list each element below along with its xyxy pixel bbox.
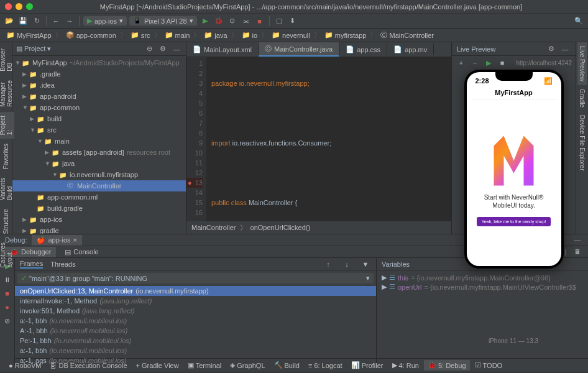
tree-item[interactable]: ▶📁.idea — [12, 80, 186, 91]
frame-row[interactable]: A:-1, bbh (io.nevernull.mobileui.ios) — [15, 326, 376, 336]
run-preview-icon[interactable]: ▶ — [483, 57, 494, 68]
breakpoints-icon[interactable]: ● — [2, 302, 13, 313]
tab-appcss[interactable]: 📄app.css — [339, 44, 387, 55]
frames-subtab[interactable]: Frames — [20, 260, 43, 269]
project-tree[interactable]: ▼📁 MyFirstApp ~/AndroidStudioProjects/My… — [12, 56, 186, 234]
tree-item[interactable]: ⒸMainController — [12, 180, 186, 191]
tree-item[interactable]: ▶📁build — [12, 113, 186, 124]
rail-resource-manager[interactable]: Resource Manager — [0, 76, 14, 111]
stop-debug-icon[interactable]: ■ — [2, 288, 13, 299]
collapse-icon[interactable]: ⊖ — [144, 44, 155, 55]
rail-db-browser[interactable]: DB Browser — [0, 45, 14, 75]
gear-icon[interactable]: ⚙ — [157, 44, 168, 55]
tree-item[interactable]: ▶📁assets [app-android]resources root — [12, 147, 186, 158]
tree-item[interactable]: ▼📁io.nevernull.myfirstapp — [12, 169, 186, 180]
btab-build[interactable]: 🔨 Build — [270, 360, 303, 371]
gear-icon[interactable]: ⚙ — [546, 44, 557, 55]
minimize-window[interactable] — [16, 3, 22, 10]
line-gutter[interactable]: 123456789101112●13141516 — [186, 57, 206, 221]
crumb-pkg[interactable]: 📁 myfirstapp — [322, 30, 369, 40]
btab-robovm[interactable]: ● RoboVM — [5, 361, 45, 371]
tab-mainlayout[interactable]: 📄MainLayout.xml — [186, 44, 259, 55]
frame-row[interactable]: internalInvoke:-1, Method (java.lang.ref… — [15, 296, 376, 306]
rail-layout-captures[interactable]: ayout Captures — [0, 239, 14, 272]
sdk-icon[interactable]: ⬇ — [287, 16, 298, 27]
tree-root[interactable]: ▼📁 MyFirstApp ~/AndroidStudioProjects/My… — [12, 57, 186, 68]
tree-item[interactable]: ▶📁app-android — [12, 91, 186, 102]
close-window[interactable] — [5, 3, 12, 10]
rail-project[interactable]: 1: Project — [0, 112, 14, 139]
redo-icon[interactable]: → — [64, 16, 75, 27]
debug-config-tab[interactable]: 🍎 app-ios × — [32, 235, 82, 246]
next-frame-icon[interactable]: ↓ — [341, 259, 352, 270]
rail-device-explorer[interactable]: Device File Explorer — [577, 111, 587, 174]
hide-icon[interactable]: — — [559, 44, 571, 55]
thread-selector[interactable]: ✓"main"@33 in group "main": RUNNING▾ — [17, 273, 374, 283]
hide-icon[interactable]: — — [572, 234, 583, 246]
tree-item[interactable]: ▼📁app-common — [12, 102, 186, 113]
maximize-window[interactable] — [26, 3, 33, 10]
tree-item[interactable]: 📁app-common.iml — [12, 191, 186, 203]
frame-row[interactable]: Pe:-1, bbh (io.nevernull.mobileui.ios) — [15, 336, 376, 346]
stop-icon[interactable]: ■ — [254, 16, 265, 27]
btab-gradle[interactable]: + Gradle View — [132, 361, 183, 371]
tree-item[interactable]: ▼📁main — [12, 136, 186, 147]
btab-graphql[interactable]: ◈ GraphQL — [226, 360, 269, 371]
crumb-method[interactable]: onOpenUrlClicked() — [250, 224, 311, 231]
hide-icon[interactable]: — — [171, 44, 182, 55]
rail-gradle[interactable]: Gradle — [577, 85, 587, 111]
rail-build-variants[interactable]: Build Variants — [0, 174, 14, 204]
btab-db[interactable]: 🗄 DB Execution Console — [46, 361, 131, 371]
phone-cta-button[interactable]: Yeah, take me to the candy shop! — [477, 217, 551, 226]
crumb-class[interactable]: MainController — [191, 224, 236, 231]
tab-maincontroller[interactable]: ⒸMainController.java — [259, 42, 339, 57]
crumb-pkg[interactable]: 📁 io — [239, 30, 260, 40]
crumb-pkg[interactable]: 📁 nevernull — [269, 30, 313, 40]
rail-live-preview[interactable]: Live Preview — [577, 42, 587, 85]
search-icon[interactable]: 🔍 — [573, 16, 584, 27]
crumb-folder[interactable]: 📁 main — [162, 30, 193, 40]
frames-list[interactable]: onOpenUrlClicked:13, MainController (io.… — [15, 286, 376, 366]
open-icon[interactable]: 📂 — [4, 16, 15, 27]
frame-row[interactable]: onOpenUrlClicked:13, MainController (io.… — [15, 286, 376, 296]
frame-row[interactable]: invoke:591, Method (java.lang.reflect) — [15, 306, 376, 316]
frame-row[interactable]: a:-1, bbh (io.nevernull.mobileui.ios) — [15, 346, 376, 356]
crumb-root[interactable]: 📁 MyFirstApp — [4, 30, 54, 40]
crumb-folder[interactable]: 📁 src — [128, 30, 153, 40]
btab-debug[interactable]: 🐞 5: Debug — [424, 360, 470, 371]
avd-icon[interactable]: ▢ — [273, 16, 285, 27]
crumb-module[interactable]: 📦 app-common — [63, 30, 119, 40]
pause-icon[interactable]: ⏸ — [2, 274, 13, 285]
tree-item[interactable]: ▼📁java — [12, 158, 186, 169]
run-icon[interactable]: ▶ — [200, 16, 211, 27]
tree-item[interactable]: 📁build.gradle — [12, 203, 186, 214]
threads-subtab[interactable]: Threads — [50, 260, 75, 268]
frame-row[interactable]: a:-1, bbh (io.nevernull.mobileui.ios) — [15, 316, 376, 326]
rail-structure[interactable]: Structure — [1, 205, 11, 238]
btab-run[interactable]: ▶ 4: Run — [388, 360, 423, 371]
variable-row[interactable]: ▶ ☰ this = {io.nevernull.myfirstapp.Main… — [379, 273, 586, 282]
variable-row[interactable]: ▶ ☰ openUrl = {io.nevernull.myfirstapp.M… — [379, 282, 586, 292]
code-content[interactable]: package io.nevernull.myfirstapp; import … — [206, 57, 451, 221]
project-view-selector[interactable]: ▤ Project ▾ — [16, 45, 51, 53]
crumb-folder[interactable]: 📁 java — [201, 30, 229, 40]
btab-profiler[interactable]: 📊 Profiler — [347, 360, 387, 371]
filter-icon[interactable]: ▼ — [360, 259, 371, 270]
prev-frame-icon[interactable]: ↑ — [323, 259, 334, 270]
stop-preview-icon[interactable]: ■ — [497, 57, 508, 68]
btab-logcat[interactable]: ≡ 6: Logcat — [305, 361, 346, 371]
profile-icon[interactable]: ⊙ — [227, 16, 238, 27]
save-icon[interactable]: 💾 — [17, 16, 29, 27]
add-icon[interactable]: + — [456, 57, 467, 68]
attach-icon[interactable]: ⫘ — [241, 16, 252, 27]
rail-favorites[interactable]: Favorites — [1, 140, 11, 173]
tree-item[interactable]: ▼📁src — [12, 124, 186, 136]
tree-item[interactable]: ▶📁gradle — [12, 225, 186, 234]
code-editor[interactable]: 123456789101112●13141516 package io.neve… — [186, 57, 451, 221]
tree-item[interactable]: ▶📁app-ios — [12, 214, 186, 225]
tree-item[interactable]: ▶📁.gradle — [12, 68, 186, 80]
debug-icon[interactable]: 🐞 — [213, 16, 224, 27]
remove-icon[interactable]: − — [469, 57, 480, 68]
tab-appmv[interactable]: 📄app.mv — [387, 44, 434, 55]
undo-icon[interactable]: ← — [50, 16, 62, 27]
